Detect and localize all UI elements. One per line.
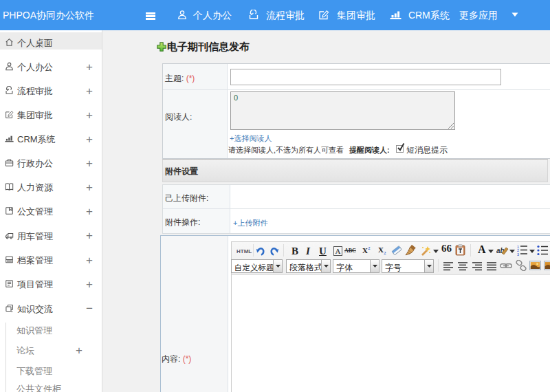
svg-text:3: 3 [517, 252, 519, 257]
